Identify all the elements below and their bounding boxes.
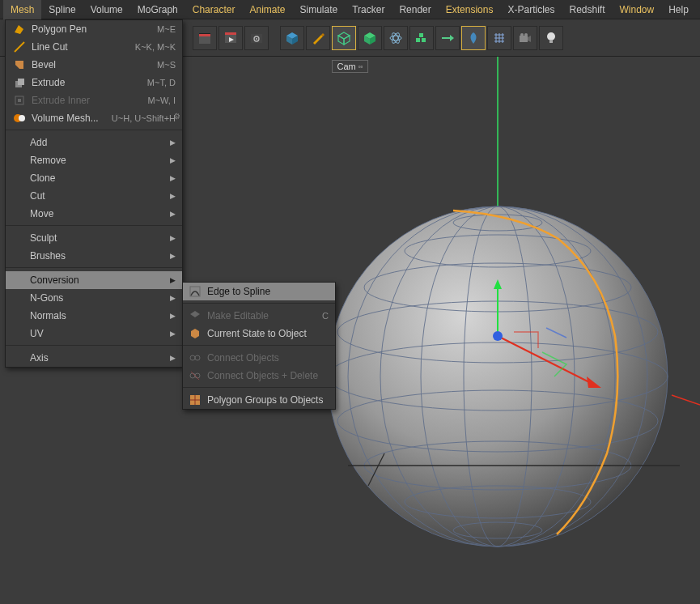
svg-point-74: [195, 355, 200, 360]
menubar: Mesh Spline Volume MoGraph Character Ani…: [0, 0, 700, 19]
atom-icon[interactable]: [384, 26, 408, 50]
item-bevel[interactable]: Bevel M~S: [6, 56, 182, 74]
item-axis[interactable]: Axis▶: [6, 349, 182, 367]
pen-icon[interactable]: [306, 26, 330, 50]
polygon-pen-icon: [12, 22, 27, 36]
svg-line-77: [191, 372, 199, 380]
chevron-right-icon: ▶: [170, 330, 176, 338]
svg-point-76: [195, 373, 200, 378]
chevron-right-icon: ▶: [170, 138, 176, 147]
svg-point-73: [190, 355, 195, 360]
menu-mograph[interactable]: MoGraph: [130, 0, 185, 19]
item-move[interactable]: Move▶: [6, 205, 182, 223]
item-brushes[interactable]: Brushes▶: [6, 247, 182, 265]
svg-marker-35: [528, 36, 531, 42]
menu-redshift[interactable]: Redshift: [562, 0, 612, 19]
svg-point-33: [520, 33, 524, 36]
make-editable-icon: [188, 308, 202, 323]
bulb-icon[interactable]: [539, 26, 563, 50]
chevron-right-icon: ▶: [170, 354, 176, 362]
item-sculpt[interactable]: Sculpt▶: [6, 229, 182, 247]
menu-help[interactable]: Help: [661, 0, 696, 19]
item-uv[interactable]: UV▶: [6, 325, 182, 342]
item-connect-objects: Connect Objects: [183, 349, 335, 367]
menu-volume[interactable]: Volume: [83, 0, 130, 19]
svg-marker-12: [338, 32, 350, 39]
svg-marker-72: [190, 311, 200, 317]
item-conversion[interactable]: Conversion▶: [6, 271, 182, 289]
item-polygroups-to-objects[interactable]: Polygon Groups to Objects: [183, 391, 335, 409]
wire-cube-icon[interactable]: [332, 26, 356, 50]
chevron-right-icon: ▶: [170, 192, 176, 200]
leaf-icon[interactable]: [461, 26, 486, 50]
menu-xparticles[interactable]: X-Particles: [500, 0, 562, 19]
svg-rect-0: [199, 36, 210, 44]
polygroups-icon: [188, 393, 202, 407]
item-clone[interactable]: Clone▶: [6, 169, 182, 187]
mesh-dropdown: Polygon Pen M~E Line Cut K~K, M~K Bevel …: [5, 19, 183, 368]
menu-render[interactable]: Render: [392, 0, 438, 19]
edge-spline-icon: [188, 284, 202, 299]
connect-del-icon: [188, 368, 202, 383]
item-connect-delete: Connect Objects + Delete: [183, 367, 335, 385]
item-line-cut[interactable]: Line Cut K~K, M~K: [6, 38, 182, 56]
item-cut[interactable]: Cut▶: [6, 187, 182, 205]
svg-rect-21: [416, 38, 420, 42]
menu-window[interactable]: Window: [613, 0, 662, 19]
item-edge-to-spline[interactable]: Edge to Spline: [183, 283, 335, 300]
svg-rect-22: [422, 38, 426, 42]
svg-point-75: [190, 373, 195, 378]
svg-point-60: [493, 331, 503, 341]
svg-line-63: [15, 42, 24, 52]
extrude-inner-icon: [12, 93, 27, 108]
svg-marker-62: [15, 25, 23, 34]
play-clapper-icon[interactable]: [218, 26, 243, 50]
item-extrude[interactable]: Extrude M~T, D: [6, 74, 182, 91]
item-normals[interactable]: Normals▶: [6, 307, 182, 325]
chevron-right-icon: ▶: [170, 276, 176, 284]
svg-marker-64: [15, 61, 23, 69]
extrude-icon: [12, 75, 27, 90]
shortcut: M~E: [152, 24, 176, 34]
item-extrude-inner: Extrude Inner M~W, I: [6, 91, 182, 109]
bevel-icon: [12, 57, 27, 72]
grid-icon[interactable]: [487, 26, 511, 50]
clapper-icon[interactable]: [193, 26, 217, 50]
chevron-right-icon: ▶: [170, 312, 176, 320]
cube-icon[interactable]: [280, 26, 304, 50]
menu-tracker[interactable]: Tracker: [345, 0, 392, 19]
volume-mesh-icon: [12, 111, 27, 125]
svg-marker-14: [344, 36, 350, 45]
chevron-right-icon: ▶: [170, 210, 176, 218]
item-polygon-pen[interactable]: Polygon Pen M~E: [6, 20, 182, 38]
item-volume-mesh[interactable]: Volume Mesh... U~H, U~Shift+H ⚙: [6, 109, 182, 127]
svg-point-18: [390, 36, 401, 40]
item-remove[interactable]: Remove▶: [6, 151, 182, 169]
menu-animate[interactable]: Animate: [242, 0, 292, 19]
camera-icon[interactable]: [513, 26, 537, 50]
svg-marker-25: [450, 35, 454, 41]
menu-simulate[interactable]: Simulate: [292, 0, 345, 19]
svg-rect-66: [18, 79, 24, 85]
item-ngons[interactable]: N-Gons▶: [6, 289, 182, 307]
menu-character[interactable]: Character: [185, 0, 243, 19]
render-settings-icon[interactable]: [244, 26, 269, 50]
tool-group-objects: [280, 26, 563, 50]
svg-point-39: [328, 206, 668, 547]
svg-point-34: [524, 33, 528, 36]
svg-rect-37: [549, 40, 553, 43]
gear-icon[interactable]: ⚙: [173, 112, 180, 121]
cubes-icon[interactable]: [409, 26, 434, 50]
svg-rect-68: [18, 99, 21, 102]
item-add[interactable]: Add▶: [6, 134, 182, 151]
menu-extensions[interactable]: Extensions: [439, 0, 501, 19]
solid-cube-icon[interactable]: [358, 26, 382, 50]
svg-line-61: [672, 395, 700, 405]
menu-spline[interactable]: Spline: [41, 0, 83, 19]
item-current-state[interactable]: Current State to Object: [183, 325, 335, 342]
arrow-right-icon[interactable]: [435, 26, 460, 50]
svg-rect-5: [225, 32, 236, 35]
svg-point-8: [256, 38, 257, 40]
menu-mesh[interactable]: Mesh: [3, 0, 41, 19]
chevron-right-icon: ▶: [170, 174, 176, 182]
